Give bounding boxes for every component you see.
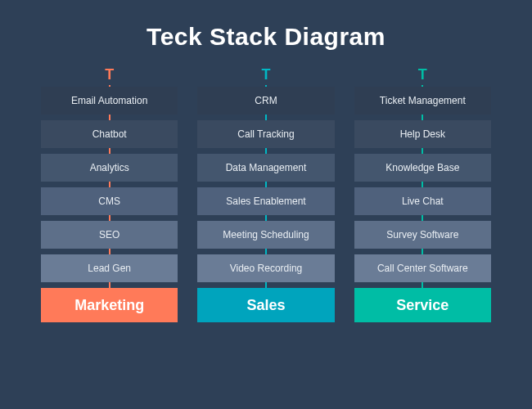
stack-item: Email Automation	[41, 87, 178, 115]
t-marker-icon: T	[418, 67, 427, 82]
stack-item: Chatbot	[41, 120, 178, 148]
stack-item: Lead Gen	[41, 254, 178, 282]
stack-item: Ticket Management	[354, 87, 491, 115]
stack-item: Live Chat	[354, 187, 491, 215]
stack-item: Call Tracking	[197, 120, 334, 148]
stack-item: Sales Enablement	[197, 187, 334, 215]
stack-item: CRM	[197, 87, 334, 115]
columns-wrapper: T Email Automation Chatbot Analytics CMS…	[41, 67, 491, 322]
stack-item: SEO	[41, 221, 178, 249]
stack-item: Help Desk	[354, 120, 491, 148]
category-label: Service	[354, 288, 491, 322]
category-label: Sales	[197, 288, 334, 322]
stack-list: Email Automation Chatbot Analytics CMS S…	[41, 87, 178, 282]
stack-item: Survey Software	[354, 221, 491, 249]
stack-list: Ticket Management Help Desk Knowledge Ba…	[354, 87, 491, 282]
stack-list: CRM Call Tracking Data Management Sales …	[197, 87, 334, 282]
stack-item: Meeting Scheduling	[197, 221, 334, 249]
column-service: T Ticket Management Help Desk Knowledge …	[354, 67, 491, 322]
stack-item: Knowledge Base	[354, 154, 491, 182]
diagram-title: Teck Stack Diagram	[41, 23, 491, 51]
column-marketing: T Email Automation Chatbot Analytics CMS…	[41, 67, 178, 322]
stack-item: Data Management	[197, 154, 334, 182]
t-marker-icon: T	[105, 67, 114, 82]
column-sales: T CRM Call Tracking Data Management Sale…	[197, 67, 334, 322]
stack-item: Call Center Software	[354, 254, 491, 282]
stack-item: Analytics	[41, 154, 178, 182]
stack-item: CMS	[41, 187, 178, 215]
t-marker-icon: T	[261, 67, 270, 82]
category-label: Marketing	[41, 288, 178, 322]
diagram-container: Teck Stack Diagram T Email Automation Ch…	[0, 0, 532, 409]
stack-item: Video Recording	[197, 254, 334, 282]
